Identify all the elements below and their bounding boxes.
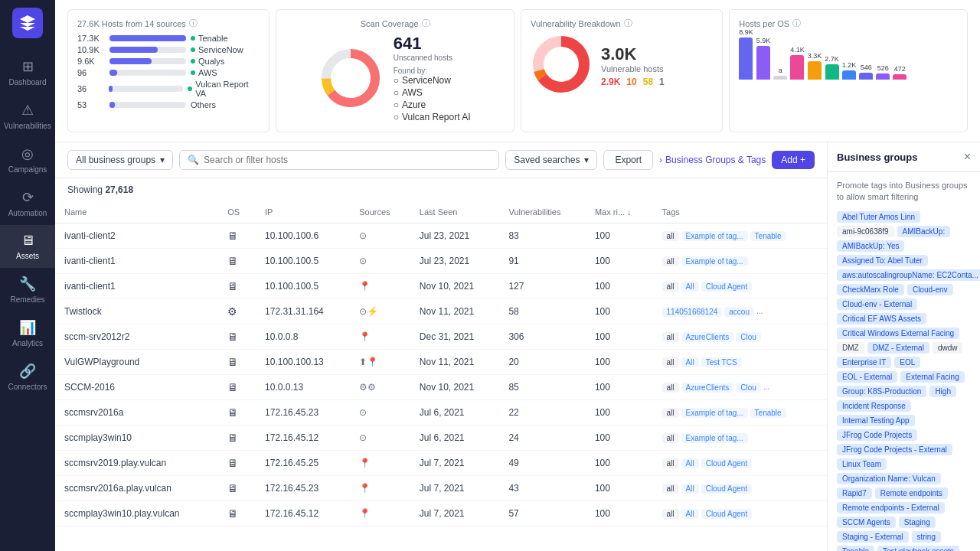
tag[interactable]: Test TCS [701,357,742,367]
biz-group-tag[interactable]: EOL [894,357,920,368]
tag[interactable]: all [662,231,679,241]
table-row[interactable]: sccmsrv2019.play.vulcan 🖥 172.16.45.25 📍… [55,451,827,476]
biz-group-tag[interactable]: EOL - External [837,371,897,383]
tag[interactable]: 114051668124 [662,307,723,317]
tag[interactable]: Clou [736,383,761,393]
biz-group-tag[interactable]: Critical EF AWS Assets [837,313,926,324]
sidebar-item-analytics[interactable]: 📊 Analytics [0,311,55,355]
biz-group-tag[interactable]: Enterprise IT [837,357,891,368]
sidebar-item-vulnerabilities[interactable]: ⚠ Vulnerabilities [0,94,55,138]
biz-group-tag[interactable]: Tenable [837,546,874,551]
tag[interactable]: Tenable [750,231,786,241]
biz-group-tag[interactable]: dwdw [933,342,963,354]
biz-group-tag[interactable]: Cloud-env [907,284,953,295]
sidebar-item-automation[interactable]: ⟳ Automation [0,181,55,225]
tag[interactable]: Cloud Agent [701,282,753,292]
tag[interactable]: All [681,458,699,468]
tag[interactable]: AzureClients [681,332,734,342]
table-row[interactable]: sccm-srv2012r2 🖥 10.0.0.8 📍 Dec 31, 2021… [55,324,827,350]
tag[interactable]: Tenable [750,408,786,418]
biz-group-tag[interactable]: Incident Response [837,400,911,412]
biz-group-tag[interactable]: AMIBackUp: Yes [837,240,904,252]
sidebar-item-dashboard[interactable]: ⊞ Dashboard [0,51,55,94]
tag[interactable]: all [662,484,679,494]
biz-group-tag[interactable]: Abel Tuter Amos Linn [837,211,920,223]
biz-group-tag[interactable]: Remote endpoints - External [837,502,945,514]
table-row[interactable]: sccmsrv2016a.play.vulcan 🖥 172.16.45.23 … [55,476,827,501]
sidebar-item-connectors[interactable]: 🔗 Connectors [0,355,55,399]
search-input[interactable] [204,155,491,165]
biz-group-tag[interactable]: External Facing [900,371,964,383]
biz-group-tag[interactable]: AMIBackUp: [897,226,951,237]
tag[interactable]: all [662,256,679,266]
sidebar-item-remedies[interactable]: 🔧 Remedies [0,268,55,311]
scan-info-icon[interactable]: ⓘ [422,18,430,29]
tag[interactable]: Example of tag... [681,433,748,443]
biz-group-tag[interactable]: Internal Testing App [837,415,915,426]
biz-group-tag[interactable]: Organization Name: Vulcan [837,473,941,484]
tag[interactable]: Clou [736,332,761,342]
table-row[interactable]: sccmsrv2016a 🖥 172.16.45.23 ⊙ Jul 6, 202… [55,400,827,425]
right-panel-close-button[interactable]: × [964,150,971,164]
table-row[interactable]: sccmplay3win10 🖥 172.16.45.12 ⊙ Jul 6, 2… [55,425,827,451]
table-row[interactable]: VulGWPlayground 🖥 10.100.100.13 ⬆📍 Nov 1… [55,350,827,375]
biz-group-tag[interactable]: DMZ [837,342,864,354]
biz-group-tag[interactable]: CheckMarx Role [837,284,904,295]
biz-group-tag[interactable]: Critical Windows External Facing [837,328,959,339]
biz-group-tag[interactable]: SCCM Agents [837,517,896,528]
biz-group-tag[interactable]: DMZ - External [867,342,929,354]
biz-group-tag[interactable]: ami-9c0638f9 [837,226,894,237]
biz-group-tag[interactable]: Test playbook assets [877,546,959,551]
tag[interactable]: Example of tag... [681,408,748,418]
tag[interactable]: all [662,332,679,342]
biz-group-tag[interactable]: Remote endpoints [875,487,948,499]
sidebar-item-assets[interactable]: 🖥 Assets [0,225,55,268]
biz-group-tag[interactable]: Staging - External [837,531,909,543]
sources-info-icon[interactable]: ⓘ [189,18,198,29]
biz-group-tag[interactable]: Staging [899,517,936,528]
tag[interactable]: All [681,357,699,367]
biz-group-tag[interactable]: JFrog Code Projects [837,429,917,441]
tag[interactable]: accou [724,307,754,317]
table-row[interactable]: ivanti-client1 🖥 10.100.100.5 📍 Nov 10, … [55,274,827,299]
tag[interactable]: All [681,509,699,519]
biz-group-tag[interactable]: JFrog Code Projects - External [837,444,952,455]
biz-groups-tags-button[interactable]: › Business Groups & Tags [659,155,766,165]
tag[interactable]: Cloud Agent [701,458,753,468]
add-button[interactable]: Add + [772,151,815,169]
table-row[interactable]: ivanti-client2 🖥 10.100.100.6 ⊙ Jul 23, … [55,223,827,249]
table-row[interactable]: sccmplay3win10.play.vulcan 🖥 172.16.45.1… [55,501,827,527]
search-box[interactable]: 🔍 [179,150,499,170]
tag[interactable]: AzureClients [681,383,734,393]
os-info-icon[interactable]: ⓘ [792,18,801,29]
tag[interactable]: Cloud Agent [701,509,753,519]
biz-group-tag[interactable]: Rapid7 [837,487,872,499]
tag[interactable]: all [662,433,679,443]
table-row[interactable]: Twistlock ⚙ 172.31.31.164 ⊙⚡ Nov 11, 202… [55,299,827,324]
tag[interactable]: all [662,458,679,468]
tag[interactable]: all [662,357,679,367]
biz-group-tag[interactable]: Group: K8S-Production [837,386,926,397]
business-groups-select[interactable]: All business groups ▾ [67,150,173,170]
vuln-info-icon[interactable]: ⓘ [624,18,632,29]
biz-group-tag[interactable]: Linux Team [837,458,887,470]
biz-group-tag[interactable]: string [912,531,941,543]
biz-group-tag[interactable]: High [929,386,956,397]
sidebar-item-campaigns[interactable]: ◎ Campaigns [0,138,55,181]
tag[interactable]: Cloud Agent [701,484,753,494]
export-button[interactable]: Export [603,150,653,170]
tag[interactable]: All [681,484,699,494]
table-row[interactable]: SCCM-2016 🖥 10.0.0.13 ⚙⚙ Nov 10, 2021 85… [55,375,827,400]
tag[interactable]: all [662,509,679,519]
tag[interactable]: Example of tag... [681,256,748,266]
saved-searches-dropdown[interactable]: Saved searches ▾ [505,150,597,170]
tag[interactable]: Example of tag... [681,231,748,241]
tag[interactable]: all [662,383,679,393]
tag[interactable]: all [662,408,679,418]
tag[interactable]: All [681,282,699,292]
biz-group-tag[interactable]: Cloud-env - External [837,298,917,310]
biz-group-tag[interactable]: aws:autoscalingroupName: EC2Conta... [837,269,980,281]
table-row[interactable]: ivanti-client1 🖥 10.100.100.5 ⊙ Jul 23, … [55,249,827,274]
tag[interactable]: all [662,282,679,292]
biz-group-tag[interactable]: Assigned To: Abel Tuter [837,255,928,266]
